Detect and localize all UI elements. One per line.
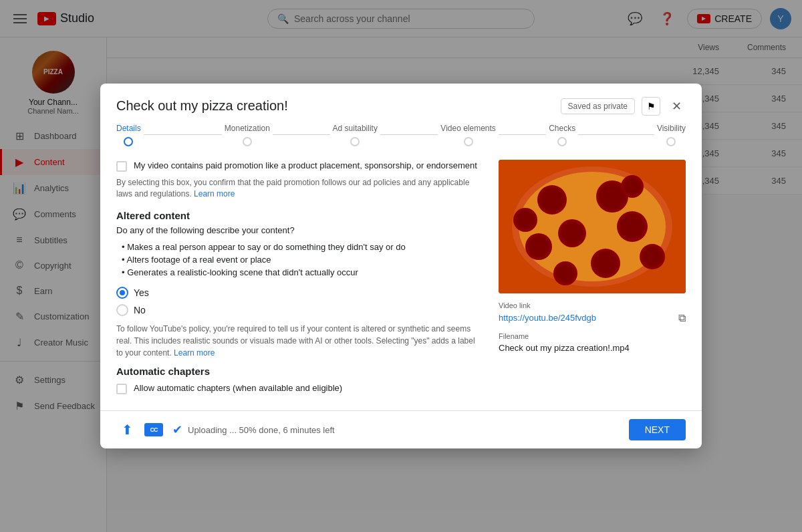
radio-no-outer[interactable] bbox=[116, 304, 128, 316]
check-circle-icon: ✔ bbox=[172, 422, 182, 437]
modal-right: Video link https://youtu.be/245fvdgb ⧉ F… bbox=[499, 160, 686, 400]
paid-promotion-learn-more[interactable]: Learn more bbox=[194, 189, 235, 198]
step-connector-2 bbox=[273, 134, 330, 135]
altered-content-question: Do any of the following describe your co… bbox=[116, 225, 483, 235]
radio-yes-inner bbox=[120, 290, 125, 295]
pizza-svg bbox=[499, 160, 686, 293]
auto-chapters-label: Allow automatic chapters (when available… bbox=[134, 382, 342, 394]
radio-no-row[interactable]: No bbox=[116, 304, 483, 316]
paid-promotion-sub-text: By selecting this box, you confirm that … bbox=[116, 178, 469, 198]
altered-content-title: Altered content bbox=[116, 210, 483, 221]
modal-body: My video contains paid promotion like a … bbox=[100, 149, 702, 411]
step-wrapper-visibility: Visibility bbox=[657, 124, 686, 146]
step-wrapper-details: Details bbox=[116, 124, 225, 146]
svg-point-16 bbox=[642, 247, 662, 267]
policy-text: To follow YouTube's policy, you're requi… bbox=[116, 323, 483, 359]
step-label-video-elements: Video elements bbox=[440, 124, 496, 133]
step-dot-video-elements bbox=[464, 137, 473, 146]
modal-title: Check out my pizza creation! bbox=[116, 98, 288, 114]
bullet-2: Alters footage of a real event or place bbox=[122, 253, 483, 266]
step-connector-4 bbox=[499, 134, 546, 135]
modal-footer: ⬆ CC ✔ Uploading ... 50% done, 6 minutes… bbox=[100, 410, 702, 448]
step-dot-monetization bbox=[243, 137, 252, 146]
svg-point-20 bbox=[624, 178, 641, 195]
radio-yes-row[interactable]: Yes bbox=[116, 287, 483, 299]
paid-promotion-label: My video contains paid promotion like a … bbox=[134, 160, 477, 172]
footer-icons: ⬆ CC bbox=[116, 419, 164, 440]
step-dot-visibility bbox=[666, 137, 676, 146]
step-wrapper-ad-suitability: Ad suitability bbox=[333, 124, 441, 146]
svg-point-4 bbox=[540, 188, 564, 212]
auto-chapters-row: Allow automatic chapters (when available… bbox=[116, 382, 483, 394]
step-video-elements[interactable]: Video elements bbox=[440, 124, 496, 146]
video-preview bbox=[499, 160, 686, 293]
paid-promotion-row: My video contains paid promotion like a … bbox=[116, 160, 483, 172]
radio-yes-outer[interactable] bbox=[116, 287, 128, 299]
video-link-section: Video link https://youtu.be/245fvdgb ⧉ bbox=[499, 301, 686, 324]
altered-content-bullets: Makes a real person appear to say or do … bbox=[116, 241, 483, 279]
svg-point-10 bbox=[620, 214, 645, 239]
step-label-checks: Checks bbox=[549, 124, 575, 133]
steps-bar: Details Monetization Ad suitability bbox=[100, 116, 702, 149]
bullet-1: Makes a real person appear to say or do … bbox=[122, 241, 483, 253]
modal-left: My video contains paid promotion like a … bbox=[116, 160, 483, 400]
step-monetization[interactable]: Monetization bbox=[225, 124, 270, 146]
upload-icon-button[interactable]: ⬆ bbox=[116, 419, 138, 440]
radio-yes-label: Yes bbox=[134, 287, 149, 298]
upload-status: ✔ Uploading ... 50% done, 6 minutes left bbox=[172, 422, 621, 437]
filename-section: Filename Check out my pizza creation!.mp… bbox=[499, 332, 686, 353]
step-connector-5 bbox=[578, 134, 654, 135]
svg-point-22 bbox=[516, 211, 535, 229]
paid-promotion-sub: By selecting this box, you confirm that … bbox=[116, 177, 483, 200]
bullet-3: Generates a realistic-looking scene that… bbox=[122, 266, 483, 279]
step-connector-3 bbox=[380, 134, 438, 135]
step-wrapper-monetization: Monetization bbox=[225, 124, 333, 146]
modal-header: Check out my pizza creation! Saved as pr… bbox=[100, 84, 702, 116]
saved-badge: Saved as private bbox=[561, 98, 635, 114]
svg-point-8 bbox=[561, 222, 583, 245]
step-wrapper-checks: Checks bbox=[549, 124, 657, 146]
filename-value: Check out my pizza creation!.mp4 bbox=[499, 343, 686, 353]
filename-label: Filename bbox=[499, 332, 686, 340]
upload-modal: Check out my pizza creation! Saved as pr… bbox=[100, 84, 702, 449]
svg-point-12 bbox=[528, 236, 549, 257]
step-dot-checks bbox=[557, 137, 567, 146]
auto-chapters-title: Automatic chapters bbox=[116, 366, 483, 377]
step-label-details: Details bbox=[116, 124, 141, 133]
captions-icon: CC bbox=[144, 423, 163, 436]
close-button[interactable]: ✕ bbox=[667, 97, 686, 116]
step-label-ad-suitability: Ad suitability bbox=[333, 124, 378, 133]
step-checks[interactable]: Checks bbox=[549, 124, 575, 146]
step-label-visibility: Visibility bbox=[657, 124, 686, 133]
policy-text-content: To follow YouTube's policy, you're requi… bbox=[116, 324, 475, 358]
step-ad-suitability[interactable]: Ad suitability bbox=[333, 124, 378, 146]
upload-status-text: Uploading ... 50% done, 6 minutes left bbox=[188, 425, 335, 435]
step-details[interactable]: Details bbox=[116, 124, 141, 146]
video-link-label: Video link bbox=[499, 301, 686, 309]
copy-icon[interactable]: ⧉ bbox=[678, 312, 686, 324]
pizza-toppings bbox=[499, 160, 686, 293]
auto-chapters-checkbox[interactable] bbox=[116, 384, 127, 394]
modal-header-right: Saved as private ⚑ ✕ bbox=[561, 97, 686, 116]
next-button[interactable]: NEXT bbox=[629, 419, 686, 440]
flag-button[interactable]: ⚑ bbox=[642, 97, 660, 116]
video-link-url[interactable]: https://youtu.be/245fvdgb bbox=[499, 313, 674, 323]
paid-promotion-checkbox[interactable] bbox=[116, 161, 127, 172]
video-link-row: https://youtu.be/245fvdgb ⧉ bbox=[499, 312, 686, 324]
step-connector-1 bbox=[144, 134, 222, 135]
step-label-monetization: Monetization bbox=[225, 124, 270, 133]
step-dot-details bbox=[124, 137, 133, 146]
step-dot-ad-suitability bbox=[350, 137, 360, 146]
step-wrapper-video-elements: Video elements bbox=[440, 124, 549, 146]
captions-icon-button[interactable]: CC bbox=[143, 419, 164, 440]
step-visibility[interactable]: Visibility bbox=[657, 124, 686, 146]
svg-point-18 bbox=[556, 264, 575, 283]
svg-point-14 bbox=[593, 251, 618, 275]
altered-learn-more[interactable]: Learn more bbox=[174, 348, 215, 358]
modal-overlay: Check out my pizza creation! Saved as pr… bbox=[0, 0, 802, 532]
radio-no-label: No bbox=[134, 305, 146, 315]
